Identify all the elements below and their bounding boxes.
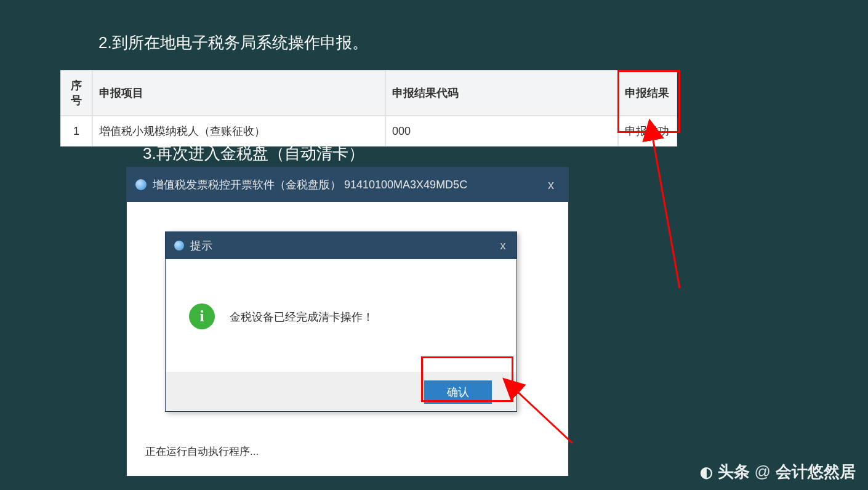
app-close-button[interactable]: x xyxy=(534,167,568,202)
td-result: 申报成功 xyxy=(618,116,677,147)
th-code: 申报结果代码 xyxy=(385,70,618,116)
prompt-dialog: 提示 x i 金税设备已经完成清卡操作！ 确认 xyxy=(165,231,517,412)
app-icon xyxy=(135,179,147,190)
td-item: 增值税小规模纳税人（查账征收） xyxy=(92,116,385,147)
step2-heading: 2.到所在地电子税务局系统操作申报。 xyxy=(98,32,368,54)
watermark-name: 会计悠然居 xyxy=(776,461,856,483)
step3-heading: 3.再次进入金税盘（自动清卡） xyxy=(143,143,364,164)
table-header-row: 序号 申报项目 申报结果代码 申报结果 xyxy=(60,70,677,116)
running-status-text: 正在运行自动执行程序... xyxy=(145,444,259,459)
app-body: 提示 x i 金税设备已经完成清卡操作！ 确认 正在运行自动执行程序... xyxy=(127,202,568,476)
confirm-button[interactable]: 确认 xyxy=(424,380,492,404)
tax-software-window: 增值税发票税控开票软件（金税盘版） 91410100MA3X49MD5C x 提… xyxy=(126,167,569,476)
app-titlebar: 增值税发票税控开票软件（金税盘版） 91410100MA3X49MD5C x xyxy=(127,167,568,202)
dialog-footer: 确认 xyxy=(166,372,516,411)
declaration-table: 序号 申报项目 申报结果代码 申报结果 1 增值税小规模纳税人（查账征收） 00… xyxy=(60,70,677,147)
dialog-message: 金税设备已经完成清卡操作！ xyxy=(230,310,374,324)
watermark-logo-icon: ◐ xyxy=(700,464,713,481)
dialog-close-button[interactable]: x xyxy=(489,232,516,259)
dialog-content: i 金税设备已经完成清卡操作！ 确认 xyxy=(166,259,516,411)
watermark-brand: 头条 xyxy=(718,461,750,483)
arrow-to-result xyxy=(653,137,680,288)
th-item: 申报项目 xyxy=(92,70,385,116)
watermark-at: @ xyxy=(755,462,771,481)
dialog-titlebar: 提示 x xyxy=(166,232,516,259)
app-title: 增值税发票税控开票软件（金税盘版） 91410100MA3X49MD5C xyxy=(153,177,467,192)
th-seq: 序号 xyxy=(60,70,92,116)
watermark: ◐ 头条 @会计悠然居 xyxy=(700,461,856,483)
table-row: 1 增值税小规模纳税人（查账征收） 000 申报成功 xyxy=(60,116,677,147)
td-seq: 1 xyxy=(60,116,92,147)
dialog-title: 提示 xyxy=(190,238,212,253)
th-result: 申报结果 xyxy=(618,70,677,116)
info-icon: i xyxy=(189,303,215,329)
dialog-icon xyxy=(174,241,184,251)
td-code: 000 xyxy=(385,116,618,147)
